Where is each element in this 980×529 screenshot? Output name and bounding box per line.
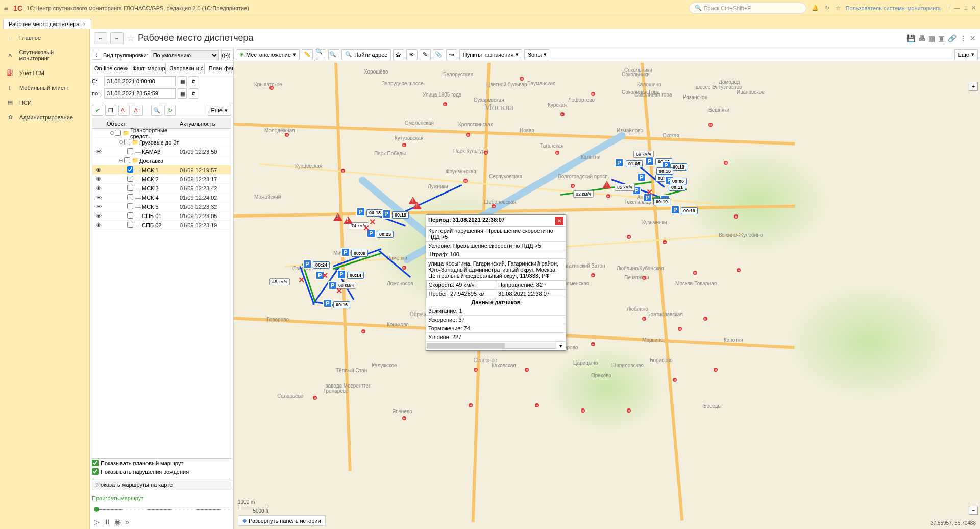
tree-vehicle[interactable]: 👁—СПБ 0201/09 12:23:19 xyxy=(92,221,231,230)
row-checkbox[interactable] xyxy=(127,194,133,200)
check-plan-input[interactable] xyxy=(92,460,99,466)
eye-icon[interactable]: 👁 xyxy=(93,167,104,173)
tree-vehicle[interactable]: 👁—КАМАЗ01/09 12:23:50 xyxy=(92,147,231,156)
show-routes-button[interactable]: Показать маршруты на карте xyxy=(92,479,231,490)
mt-eye-icon[interactable]: 👁 xyxy=(406,49,418,60)
mt-zones[interactable]: Зоны ▾ xyxy=(524,49,550,60)
nav-fuel[interactable]: ⛽Учет ГСМ xyxy=(0,65,89,80)
popup-vscroll-down-icon[interactable]: ▾ xyxy=(557,343,565,349)
global-search[interactable]: 🔍 Поиск Ctrl+Shift+F xyxy=(689,3,806,14)
zoom-minus-icon[interactable]: − xyxy=(969,506,978,515)
row-checkbox[interactable] xyxy=(127,176,133,182)
row-checkbox[interactable] xyxy=(124,157,130,163)
tab-online[interactable]: On-line слеже... xyxy=(90,63,128,74)
save-icon[interactable]: 💾 xyxy=(906,34,915,42)
eye-icon[interactable]: 👁 xyxy=(93,149,104,155)
page-close-icon[interactable]: ✕ xyxy=(970,34,976,42)
row-checkbox[interactable] xyxy=(127,148,133,154)
play-icon[interactable]: ▷ xyxy=(94,518,100,526)
nav-main[interactable]: ≡Главное xyxy=(0,31,89,45)
eye-icon[interactable]: 👁 xyxy=(93,195,104,201)
tab-refuel[interactable]: Заправки и сл... xyxy=(165,63,205,74)
row-checkbox[interactable] xyxy=(127,166,133,173)
fav-star-icon[interactable]: ☆ xyxy=(127,33,135,44)
row-checkbox[interactable] xyxy=(127,203,133,209)
expand-icon[interactable]: ⊖ xyxy=(118,139,124,146)
tree-vehicle[interactable]: 👁—МСК 101/09 12:19:57 xyxy=(92,165,231,175)
settings-lines-icon[interactable]: ≡ xyxy=(947,5,950,11)
tree-vehicle[interactable]: 👁—МСК 501/09 12:23:32 xyxy=(92,202,231,211)
bell-icon[interactable]: 🔔 xyxy=(812,5,819,11)
check-viol-input[interactable] xyxy=(92,468,99,475)
back-button[interactable]: ← xyxy=(94,32,107,44)
eye-icon[interactable]: 👁 xyxy=(93,176,104,182)
mt-road-icon[interactable]: 🛣 xyxy=(393,49,404,60)
tb-sort-asc-icon[interactable]: A↓ xyxy=(118,105,130,116)
row-checkbox[interactable] xyxy=(127,185,133,191)
ffwd-icon[interactable]: » xyxy=(125,518,129,526)
zoom-plus-icon[interactable]: + xyxy=(969,82,978,91)
eye-icon[interactable]: 👁 xyxy=(93,222,104,228)
map-canvas[interactable]: Москва КрылатскоеМолодёжнаяМожайскийХоро… xyxy=(234,61,980,529)
eye-icon[interactable]: 👁 xyxy=(93,185,104,191)
grouping-select[interactable]: По умолчанию xyxy=(151,50,219,60)
tree-vehicle[interactable]: 👁—СПБ 0101/09 12:23:05 xyxy=(92,211,231,221)
mt-more[interactable]: Еще ▾ xyxy=(954,49,978,60)
row-checkbox[interactable] xyxy=(127,212,133,219)
nav-nsi[interactable]: ▤НСИ xyxy=(0,95,89,110)
mt-attach-icon[interactable]: 📎 xyxy=(433,49,444,60)
tree-vehicle[interactable]: 👁—МСК 201/09 12:23:17 xyxy=(92,175,231,184)
link-icon[interactable]: 🔗 xyxy=(948,34,957,42)
row-checkbox[interactable] xyxy=(124,139,130,145)
collapse-left-icon[interactable]: ‹ xyxy=(92,51,101,60)
tree-group[interactable]: ⊖📁Грузовые до 3т xyxy=(92,138,231,147)
tab-close-icon[interactable]: × xyxy=(82,21,85,27)
nav-satellite[interactable]: ✕Спутниковый мониторинг xyxy=(0,45,89,65)
popup-hscroll[interactable] xyxy=(427,343,556,349)
forward-button[interactable]: → xyxy=(110,32,124,44)
tab-planfact[interactable]: План-факт xyxy=(204,63,234,74)
tree-group[interactable]: ⊖📁Транспортные средст... xyxy=(92,129,231,138)
check-violations[interactable]: Показывать нарушения вождения xyxy=(90,467,233,476)
tb-copy-icon[interactable]: ❐ xyxy=(105,105,116,116)
row-checkbox[interactable] xyxy=(115,130,121,136)
mt-ruler-icon[interactable]: 📏 xyxy=(302,49,313,60)
row-checkbox[interactable] xyxy=(127,222,133,228)
kebab-icon[interactable]: ⋮ xyxy=(960,34,967,42)
tb-search-icon[interactable]: 🔍 xyxy=(151,105,162,116)
vehicle-tree[interactable]: Объект Актуальность ⊖📁Транспортные средс… xyxy=(92,118,231,459)
star-icon[interactable]: ☆ xyxy=(836,5,841,11)
user-name[interactable]: Пользователь системы мониторинга xyxy=(846,5,941,11)
date-from-calendar-icon[interactable]: ▦ xyxy=(178,76,187,86)
nav-admin[interactable]: ✿Администрирование xyxy=(0,110,89,125)
expand-icon[interactable]: ⊖ xyxy=(118,157,124,164)
tree-group[interactable]: ⊖📁Доставка xyxy=(92,156,231,165)
close-icon[interactable]: ✕ xyxy=(971,5,976,11)
date-to-calendar-icon[interactable]: ▦ xyxy=(178,88,187,99)
tree-vehicle[interactable]: 👁—МСК 301/09 12:23:42 xyxy=(92,184,231,193)
maximize-icon[interactable]: □ xyxy=(964,5,967,11)
tab-dispatcher[interactable]: Рабочее место диспетчера × xyxy=(3,19,91,29)
minimize-icon[interactable]: — xyxy=(954,5,960,11)
expand-history-button[interactable]: ◆ Развернуть панель истории xyxy=(238,515,326,526)
doc-icon[interactable]: ▤ xyxy=(928,34,935,42)
antenna-icon[interactable]: ((•)) xyxy=(221,50,231,60)
check-plan-route[interactable]: Показывать плановый маршрут xyxy=(90,459,233,467)
nav-mobile[interactable]: ▯Мобильный клиент xyxy=(0,80,89,95)
tree-vehicle[interactable]: 👁—МСК 401/09 12:24:02 xyxy=(92,193,231,202)
eye-icon[interactable]: 👁 xyxy=(93,204,104,210)
print-icon[interactable]: 🖶 xyxy=(918,34,925,42)
stop-icon[interactable]: ◉ xyxy=(115,518,121,526)
mt-pen-icon[interactable]: ✎ xyxy=(420,49,431,60)
mt-zoom-in-icon[interactable]: 🔍+ xyxy=(315,49,326,60)
tb-check-icon[interactable]: ✔ xyxy=(92,105,103,116)
tb-sort-desc-icon[interactable]: A↑ xyxy=(132,105,143,116)
date-to-input[interactable] xyxy=(104,88,176,99)
expand-icon[interactable]: ⊖ xyxy=(109,130,115,136)
mt-route-icon[interactable]: ↝ xyxy=(446,49,457,60)
play-slider[interactable] xyxy=(94,506,229,513)
popup-close-icon[interactable]: ✕ xyxy=(555,217,564,225)
tab-fact-route[interactable]: Факт. маршру... xyxy=(128,63,165,74)
history-icon[interactable]: ↻ xyxy=(825,5,829,11)
date-from-input[interactable] xyxy=(104,76,176,86)
